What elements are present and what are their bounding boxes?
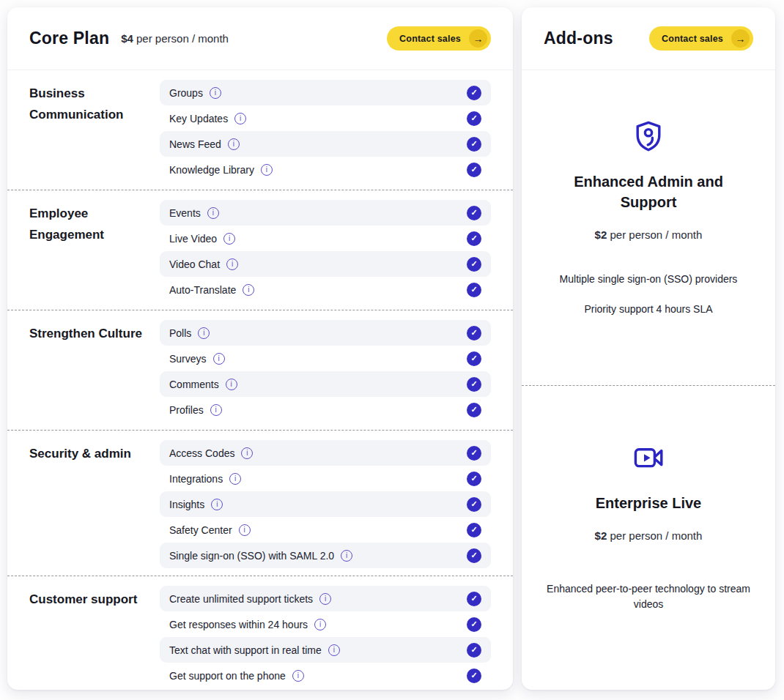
addon-feature: Priority support 4 hours SLA (545, 302, 752, 317)
check-icon: ✓ (467, 643, 481, 658)
feature-label: Safety Center (169, 524, 232, 536)
feature-row: Get responses within 24 hours i ✓ (160, 611, 491, 637)
section-customer-support: Customer support Create unlimited suppor… (7, 576, 513, 696)
feature-label: News Feed (169, 138, 221, 150)
feature-label: Groups (169, 87, 203, 99)
check-icon: ✓ (467, 497, 481, 512)
info-icon[interactable]: i (261, 164, 273, 176)
check-icon: ✓ (467, 231, 481, 246)
info-icon[interactable]: i (328, 644, 340, 656)
feature-row: Knowledge Library i ✓ (160, 157, 491, 182)
feature-row: Live Video i ✓ (160, 226, 491, 251)
check-icon: ✓ (467, 472, 481, 486)
feature-label: Events (169, 207, 201, 219)
info-icon[interactable]: i (341, 550, 352, 562)
feature-label: Video Chat (169, 258, 220, 270)
info-icon[interactable]: i (213, 353, 225, 365)
info-icon[interactable]: i (229, 473, 241, 485)
addon-enhanced-admin-support: Enhanced Admin and Support $2 per person… (522, 70, 775, 386)
shield-user-icon (631, 119, 666, 157)
feature-row: Auto-Translate i ✓ (160, 277, 491, 302)
feature-label: Live Video (169, 233, 217, 245)
section-label: Strengthen Culture (29, 320, 160, 422)
feature-label: Create unlimited support tickets (169, 593, 313, 605)
section-label: Business Communication (29, 80, 160, 182)
section-label: Customer support (29, 586, 160, 688)
info-icon[interactable]: i (243, 284, 254, 296)
addons-title: Add-ons (544, 29, 613, 48)
addon-price: $2 per person / month (545, 228, 752, 241)
check-icon: ✓ (467, 351, 481, 366)
info-icon[interactable]: i (292, 670, 304, 682)
check-icon: ✓ (467, 446, 481, 461)
contact-sales-button[interactable]: Contact sales → (387, 26, 491, 51)
feature-label: Auto-Translate (169, 284, 236, 296)
feature-row: Access Codes i ✓ (160, 440, 491, 466)
contact-sales-button[interactable]: Contact sales → (649, 26, 753, 51)
info-icon[interactable]: i (319, 593, 331, 605)
check-icon: ✓ (467, 523, 481, 537)
addon-feature: Multiple single sign-on (SSO) providers (545, 272, 752, 287)
feature-label: Insights (169, 499, 204, 510)
check-icon: ✓ (467, 111, 481, 126)
feature-row: Profiles i ✓ (160, 397, 491, 422)
check-icon: ✓ (467, 548, 481, 563)
addon-features: Enhanced peer-to-peer technology to stre… (545, 581, 752, 612)
arrow-right-icon: → (731, 29, 750, 48)
check-icon: ✓ (467, 403, 481, 417)
info-icon[interactable]: i (207, 207, 219, 219)
feature-row: Integrations i ✓ (160, 466, 491, 491)
info-icon[interactable]: i (226, 258, 238, 270)
info-icon[interactable]: i (210, 87, 221, 99)
addon-enterprise-live: Enterprise Live $2 per person / month En… (522, 386, 775, 612)
check-icon: ✓ (467, 617, 481, 632)
feature-row: Surveys i ✓ (160, 346, 491, 371)
info-icon[interactable]: i (234, 113, 246, 124)
core-plan-header: Core Plan $4 per person / month Contact … (7, 7, 513, 70)
info-icon[interactable]: i (210, 404, 222, 416)
section-employee-engagement: Employee Engagement Events i ✓ Live Vide… (7, 190, 513, 310)
feature-label: Get support on the phone (169, 670, 286, 682)
feature-label: Comments (169, 379, 219, 390)
core-plan-price: $4 per person / month (121, 32, 229, 45)
feature-label: Text chat with support in real time (169, 644, 322, 656)
feature-label: Get responses within 24 hours (169, 619, 308, 630)
info-icon[interactable]: i (223, 233, 235, 245)
addons-header: Add-ons Contact sales → (522, 7, 775, 70)
check-icon: ✓ (467, 326, 481, 340)
feature-rows: Access Codes i ✓ Integrations i ✓ Insigh… (160, 440, 491, 568)
section-business-communication: Business Communication Groups i ✓ Key Up… (7, 70, 513, 190)
check-icon: ✓ (467, 283, 481, 297)
feature-label: Key Updates (169, 113, 228, 124)
feature-label: Knowledge Library (169, 164, 254, 176)
feature-row: Key Updates i ✓ (160, 105, 491, 131)
feature-label: Polls (169, 327, 191, 339)
check-icon: ✓ (467, 377, 481, 392)
info-icon[interactable]: i (314, 619, 326, 630)
feature-label: Surveys (169, 353, 207, 365)
feature-label: Single sign-on (SSO) with SAML 2.0 (169, 550, 334, 562)
feature-label: Profiles (169, 404, 204, 416)
section-strengthen-culture: Strengthen Culture Polls i ✓ Surveys i ✓… (7, 310, 513, 431)
core-plan-price-suffix: per person / month (133, 32, 229, 45)
info-icon[interactable]: i (226, 379, 237, 390)
info-icon[interactable]: i (228, 138, 240, 150)
info-icon[interactable]: i (239, 524, 251, 536)
check-icon: ✓ (467, 592, 481, 606)
info-icon[interactable]: i (198, 327, 210, 339)
addon-price-amount: $2 (595, 228, 607, 241)
contact-sales-label: Contact sales (399, 34, 461, 44)
feature-row: Groups i ✓ (160, 80, 491, 105)
feature-row: Video Chat i ✓ (160, 251, 491, 277)
info-icon[interactable]: i (241, 447, 253, 459)
check-icon: ✓ (467, 137, 481, 152)
section-security-admin: Security & admin Access Codes i ✓ Integr… (7, 431, 513, 576)
feature-row: Events i ✓ (160, 200, 491, 226)
feature-row: Polls i ✓ (160, 320, 491, 346)
info-icon[interactable]: i (211, 499, 223, 510)
feature-row: News Feed i ✓ (160, 131, 491, 157)
feature-row: Insights i ✓ (160, 491, 491, 517)
addons-card: Add-ons Contact sales → Enhanced Admin a… (522, 7, 775, 690)
contact-sales-label: Contact sales (662, 34, 723, 44)
check-icon: ✓ (467, 669, 481, 683)
